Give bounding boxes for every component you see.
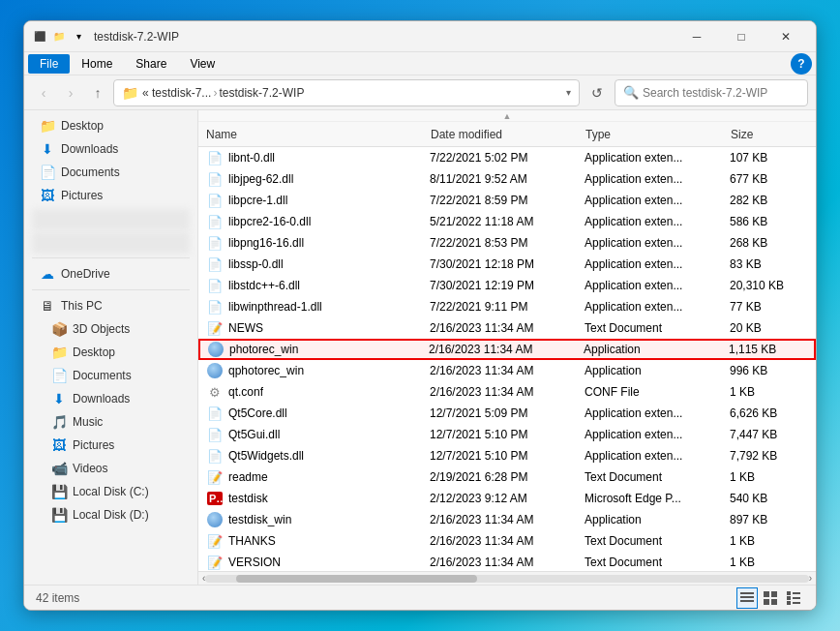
close-button[interactable]: ✕	[764, 21, 808, 52]
hscroll-right-arrow[interactable]: ›	[809, 573, 812, 584]
search-input[interactable]	[643, 86, 799, 100]
sidebar-item-pictures2[interactable]: 🖼 Pictures	[24, 434, 197, 457]
view-list-button[interactable]	[783, 587, 804, 609]
file-size: 20,310 KB	[730, 279, 807, 292]
scroll-up-indicator: ▲	[198, 110, 816, 122]
file-name-testdisk-win: testdisk_win	[207, 512, 430, 527]
file-row-libpcre1[interactable]: 📄 libpcre-1.dll 7/22/2021 8:59 PM Applic…	[198, 190, 816, 211]
tab-home[interactable]: Home	[70, 54, 124, 74]
sidebar-label-pictures: Pictures	[61, 189, 103, 202]
sidebar-item-desktop2[interactable]: 📁 Desktop	[24, 341, 197, 364]
window-controls: ─ □ ✕	[675, 21, 808, 52]
file-row-thanks[interactable]: 📝 THANKS 2/16/2023 11:34 AM Text Documen…	[198, 530, 816, 552]
file-row-libwinpthread[interactable]: 📄 libwinpthread-1.dll 7/22/2021 9:11 PM …	[198, 296, 816, 317]
sidebar-item-localc[interactable]: 💾 Local Disk (C:)	[24, 480, 197, 503]
back-button[interactable]: ‹	[32, 81, 55, 105]
file-row-photorec[interactable]: photorec_win 2/16/2023 11:34 AM Applicat…	[198, 339, 816, 360]
file-type: Application exten...	[585, 151, 730, 165]
title-bar-icons: ⬛ 📁 ▾	[32, 29, 86, 45]
file-row-libssp[interactable]: 📄 libssp-0.dll 7/30/2021 12:18 PM Applic…	[198, 254, 816, 275]
tab-view[interactable]: View	[178, 54, 226, 74]
view-tiles-button[interactable]	[760, 587, 781, 609]
col-name[interactable]: Name	[206, 128, 431, 141]
sidebar-item-3dobjects[interactable]: 📦 3D Objects	[24, 317, 197, 341]
file-name-testdisk: PDF testdisk	[207, 492, 430, 505]
forward-button[interactable]: ›	[59, 81, 82, 105]
file-icon-dll: 📄	[207, 172, 223, 187]
file-row-readme[interactable]: 📝 readme 2/19/2021 6:28 PM Text Document…	[198, 466, 816, 488]
col-date[interactable]: Date modified	[431, 128, 585, 141]
address-bar[interactable]: 📁 « testdisk-7... › testdisk-7.2-WIP ▾	[113, 79, 580, 106]
sidebar-item-thispc[interactable]: 🖥 This PC	[24, 294, 197, 317]
file-name-qtconf: ⚙ qt.conf	[207, 385, 430, 400]
file-icon-dll: 📄	[207, 236, 223, 251]
sidebar-divider1	[32, 257, 190, 258]
file-icon-dll: 📄	[207, 428, 223, 442]
file-row-testdisk-win[interactable]: testdisk_win 2/16/2023 11:34 AM Applicat…	[198, 509, 816, 530]
sidebar-item-videos[interactable]: 📹 Videos	[24, 457, 197, 480]
sidebar-label-downloads: Downloads	[61, 142, 118, 156]
maximize-button[interactable]: □	[719, 21, 764, 52]
file-date: 2/16/2023 11:34 AM	[430, 385, 585, 399]
file-row-libpng[interactable]: 📄 libpng16-16.dll 7/22/2021 8:53 PM Appl…	[198, 232, 816, 254]
file-row-qt5gui[interactable]: 📄 Qt5Gui.dll 12/7/2021 5:10 PM Applicati…	[198, 424, 816, 445]
file-type: Application exten...	[585, 236, 730, 250]
tab-file[interactable]: File	[28, 54, 70, 74]
up-button[interactable]: ↑	[86, 81, 109, 105]
sidebar-item-documents[interactable]: 📄 Documents	[24, 161, 197, 184]
photorec-icon	[208, 342, 224, 357]
file-type: Application exten...	[585, 406, 730, 420]
sidebar-item-documents2[interactable]: 📄 Documents	[24, 364, 197, 387]
sidebar-item-blurred2	[32, 232, 190, 254]
explorer-window: ⬛ 📁 ▾ testdisk-7.2-WIP ─ □ ✕ File Home S…	[23, 20, 817, 611]
file-icon-dll: 📄	[207, 215, 223, 229]
file-row-libjpeg[interactable]: 📄 libjpeg-62.dll 8/11/2021 9:52 AM Appli…	[198, 168, 816, 190]
sidebar-item-pictures[interactable]: 🖼 Pictures	[24, 184, 197, 207]
sidebar-item-onedrive[interactable]: ☁ OneDrive	[24, 262, 197, 285]
sidebar-label-documents2: Documents	[73, 369, 132, 382]
file-row-qt5core[interactable]: 📄 Qt5Core.dll 12/7/2021 5:09 PM Applicat…	[198, 403, 816, 424]
file-icon-pdf: PDF	[207, 492, 223, 505]
sidebar-item-desktop[interactable]: 📁 Desktop	[24, 114, 197, 137]
file-name-version: 📝 VERSION	[207, 556, 430, 570]
view-details-button[interactable]	[736, 587, 758, 609]
help-button[interactable]: ?	[791, 53, 812, 75]
sidebar-item-locald[interactable]: 💾 Local Disk (D:)	[24, 503, 197, 526]
file-date: 12/7/2021 5:10 PM	[430, 449, 585, 463]
file-row-news[interactable]: 📝 NEWS 2/16/2023 11:34 AM Text Document …	[198, 317, 816, 339]
file-type: Application exten...	[585, 300, 730, 314]
tab-share[interactable]: Share	[124, 54, 178, 74]
file-row-libstdc[interactable]: 📄 libstdc++-6.dll 7/30/2021 12:19 PM App…	[198, 275, 816, 296]
breadcrumb-part2: testdisk-7.2-WIP	[219, 86, 304, 100]
hscroll-track[interactable]	[205, 575, 808, 583]
col-type[interactable]: Type	[585, 128, 731, 141]
file-row-qtconf[interactable]: ⚙ qt.conf 2/16/2023 11:34 AM CONF File 1…	[198, 381, 816, 403]
title-icon-yellow: ⬛	[32, 29, 47, 45]
file-row-testdisk[interactable]: PDF testdisk 2/12/2023 9:12 AM Microsoft…	[198, 488, 816, 509]
file-name-news: 📝 NEWS	[207, 321, 430, 336]
file-icon-dll: 📄	[207, 449, 223, 464]
file-row-libnt[interactable]: 📄 libnt-0.dll 7/22/2021 5:02 PM Applicat…	[198, 147, 816, 168]
sidebar-label-downloads2: Downloads	[73, 392, 130, 406]
file-row-libpcre2[interactable]: 📄 libpcre2-16-0.dll 5/21/2022 11:18 AM A…	[198, 211, 816, 232]
search-bar[interactable]: 🔍	[615, 79, 808, 106]
hscroll-thumb[interactable]	[236, 575, 477, 583]
file-name-libssp: 📄 libssp-0.dll	[207, 257, 430, 272]
svg-rect-11	[787, 601, 791, 605]
refresh-button[interactable]: ↺	[584, 79, 611, 106]
address-dropdown-icon[interactable]: ▾	[566, 87, 571, 98]
file-row-qphotorec[interactable]: qphotorec_win 2/16/2023 11:34 AM Applica…	[198, 360, 816, 381]
col-size[interactable]: Size	[731, 128, 808, 141]
file-size: 83 KB	[730, 257, 807, 271]
sidebar-item-music[interactable]: 🎵 Music	[24, 410, 197, 434]
minimize-button[interactable]: ─	[675, 21, 719, 52]
file-date: 12/7/2021 5:10 PM	[430, 428, 585, 441]
documents-icon: 📄	[40, 165, 55, 180]
file-row-qt5widgets[interactable]: 📄 Qt5Widgets.dll 12/7/2021 5:10 PM Appli…	[198, 445, 816, 466]
file-icon-txt: 📝	[207, 556, 223, 570]
sidebar-item-downloads[interactable]: ⬇ Downloads	[24, 137, 197, 161]
file-hscrollbar[interactable]: ‹ ›	[198, 571, 816, 585]
3dobjects-icon: 📦	[51, 321, 67, 337]
sidebar-item-downloads2[interactable]: ⬇ Downloads	[24, 387, 197, 410]
file-row-version[interactable]: 📝 VERSION 2/16/2023 11:34 AM Text Docume…	[198, 552, 816, 571]
